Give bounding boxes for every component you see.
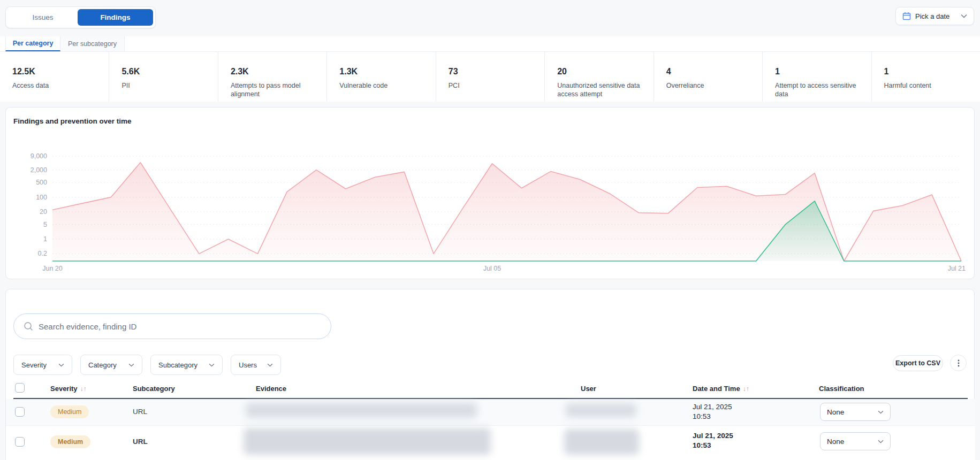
- col-user: User: [581, 385, 596, 393]
- classification-select[interactable]: None: [820, 432, 891, 450]
- sort-icon[interactable]: ↓↑: [743, 385, 749, 393]
- col-subcategory: Subcategory: [133, 385, 175, 393]
- user-redacted: [564, 429, 639, 455]
- stat-unauthorized-access[interactable]: 20 Unauthorized sensitive data access at…: [544, 52, 653, 102]
- tab-per-subcategory[interactable]: Per subcategory: [60, 36, 125, 51]
- stat-model-alignment[interactable]: 2.3K Attempts to pass model alignment: [218, 52, 326, 102]
- toggle-findings[interactable]: Findings: [78, 9, 153, 26]
- time-text: 10:53: [693, 441, 733, 450]
- stat-value: 73: [449, 67, 536, 76]
- date-text: Jul 21, 2025: [693, 431, 733, 441]
- stat-value: 20: [557, 67, 644, 76]
- stat-pii[interactable]: 5.6K PII: [109, 52, 217, 102]
- svg-text:1: 1: [43, 235, 47, 243]
- tab-per-category[interactable]: Per category: [5, 36, 60, 51]
- stat-label: Access data: [12, 82, 98, 90]
- filter-subcategory[interactable]: Subcategory: [150, 355, 223, 375]
- stat-value: 1: [884, 67, 971, 76]
- chevron-down-icon: [267, 363, 273, 367]
- svg-text:Jul 21: Jul 21: [948, 265, 966, 272]
- search-bar[interactable]: [13, 313, 331, 339]
- stat-label: Overreliance: [666, 82, 752, 90]
- chevron-down-icon: [961, 14, 967, 18]
- subcategory-cell: URL: [133, 408, 147, 416]
- category-stats-row: 12.5K Access data 5.6K PII 2.3K Attempts…: [0, 52, 980, 102]
- evidence-redacted: [244, 428, 491, 455]
- col-label: Severity: [50, 385, 78, 393]
- svg-text:Jul 05: Jul 05: [483, 265, 501, 272]
- row-checkbox[interactable]: [15, 407, 25, 417]
- user-redacted: [566, 403, 636, 417]
- svg-text:5: 5: [43, 221, 47, 228]
- chevron-down-icon: [58, 363, 64, 367]
- filter-label: Users: [239, 361, 257, 369]
- stat-value: 12.5K: [12, 67, 100, 76]
- severity-badge: Medium: [50, 405, 89, 418]
- chevron-down-icon: [878, 440, 884, 443]
- filter-label: Subcategory: [158, 361, 197, 369]
- date-picker-label: Pick a date: [915, 12, 949, 20]
- col-datetime[interactable]: Date and Time↓↑: [693, 385, 749, 393]
- chart-title: Findings and prevention over time: [13, 117, 132, 125]
- stat-value: 1: [775, 67, 862, 76]
- filter-severity[interactable]: Severity: [13, 355, 72, 375]
- stat-label: Harmful content: [884, 82, 970, 90]
- chevron-down-icon: [878, 410, 884, 414]
- subcategory-cell: URL: [133, 438, 148, 446]
- evidence-redacted: [246, 403, 477, 418]
- filter-label: Category: [88, 361, 117, 369]
- findings-prevention-chart[interactable]: 9,0002,00050010020510.2Jun 20Jul 05Jul 2…: [13, 129, 967, 274]
- stat-harmful-content[interactable]: 1 Harmful content: [871, 52, 980, 102]
- stat-access-sensitive-data[interactable]: 1 Attempt to access sensitive data: [762, 52, 871, 102]
- time-text: 10:53: [693, 412, 732, 421]
- stat-label: PCI: [449, 82, 534, 90]
- stat-overreliance[interactable]: 4 Overreliance: [654, 52, 762, 102]
- row-checkbox[interactable]: [15, 437, 25, 447]
- svg-text:0.2: 0.2: [38, 250, 47, 257]
- svg-text:9,000: 9,000: [31, 152, 47, 160]
- chevron-down-icon: [209, 363, 215, 367]
- col-severity[interactable]: Severity↓↑: [50, 385, 87, 393]
- classification-select[interactable]: None: [820, 403, 891, 421]
- filter-row: Severity Category Subcategory Users: [13, 355, 281, 375]
- stat-value: 1.3K: [339, 67, 427, 76]
- findings-dashboard: Issues Findings Pick a date Per category…: [0, 0, 980, 460]
- stat-label: Unauthorized sensitive data access attem…: [557, 82, 643, 98]
- stat-label: Attempts to pass model alignment: [231, 82, 316, 98]
- date-text: Jul 21, 2025: [693, 402, 732, 412]
- svg-text:20: 20: [40, 208, 47, 216]
- datetime-cell: Jul 21, 2025 10:53: [693, 402, 732, 421]
- col-evidence: Evidence: [256, 385, 286, 393]
- stat-value: 4: [666, 67, 754, 76]
- search-input[interactable]: [39, 322, 321, 331]
- stat-value: 2.3K: [231, 67, 318, 76]
- stat-value: 5.6K: [121, 67, 209, 76]
- toggle-issues[interactable]: Issues: [8, 13, 78, 21]
- findings-over-time-card: Findings and prevention over time 9,0002…: [5, 107, 975, 279]
- svg-text:2,000: 2,000: [31, 166, 47, 174]
- table-row[interactable]: Medium URL Jul 21, 2025 10:53 None: [6, 425, 975, 460]
- more-options-button[interactable]: [950, 355, 967, 371]
- datetime-cell: Jul 21, 2025 10:53: [693, 431, 733, 450]
- date-picker-button[interactable]: Pick a date: [895, 7, 974, 25]
- select-all-checkbox[interactable]: [15, 383, 25, 393]
- stat-vulnerable-code[interactable]: 1.3K Vulnerable code: [326, 52, 435, 102]
- filter-users[interactable]: Users: [231, 355, 281, 375]
- table-header: Severity↓↑ Subcategory Evidence User Dat…: [6, 381, 975, 398]
- filter-category[interactable]: Category: [80, 355, 142, 375]
- stat-label: Attempt to access sensitive data: [775, 82, 861, 98]
- stat-access-data[interactable]: 12.5K Access data: [0, 52, 109, 102]
- classification-value: None: [827, 408, 844, 416]
- svg-text:100: 100: [36, 194, 47, 201]
- stat-pci[interactable]: 73 PCI: [436, 52, 544, 102]
- svg-text:500: 500: [36, 179, 47, 186]
- findings-table-card: Severity Category Subcategory Users Expo…: [5, 289, 975, 460]
- filter-label: Severity: [21, 361, 47, 369]
- kebab-icon: [958, 359, 960, 367]
- svg-text:Jun 20: Jun 20: [42, 265, 63, 272]
- category-tabbar: Per category Per subcategory: [0, 36, 980, 52]
- sort-icon[interactable]: ↓↑: [80, 385, 87, 393]
- export-csv-button[interactable]: Export to CSV: [893, 355, 943, 371]
- col-classification: Classification: [819, 385, 864, 393]
- table-row[interactable]: Medium URL Jul 21, 2025 10:53 None: [6, 399, 975, 425]
